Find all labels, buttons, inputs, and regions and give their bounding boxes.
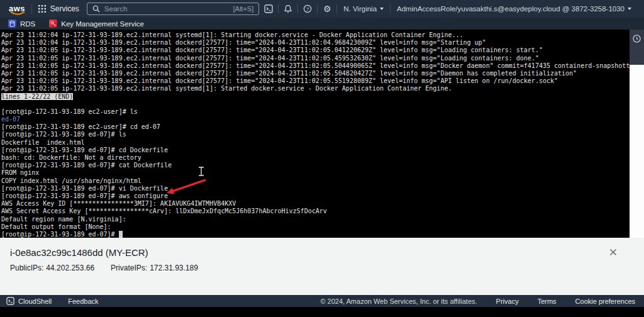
favorite-kms-label: Key Management Service	[61, 20, 144, 28]
private-ips-label: PrivateIPs:	[111, 264, 147, 272]
chevron-down-icon	[380, 8, 384, 10]
terminal-line: [root@ip-172-31-93-189 ed-07]# ls	[1, 131, 630, 138]
history-clock-icon[interactable]	[632, 34, 641, 43]
terminal-line: [root@ip-172-31-93-189 ed-07]# cat Docke…	[1, 162, 630, 169]
rds-service-icon	[8, 19, 16, 28]
account-menu[interactable]: AdminAccessRole/yuvasakthi.s@easydeploy.…	[391, 5, 638, 13]
footer-feedback-button[interactable]: Feedback	[68, 298, 98, 305]
bell-icon	[284, 4, 292, 13]
global-search-input[interactable]: Search [Alt+S]	[87, 3, 259, 15]
terminal-line: [root@ip-172-31-93-189 ed-07]#	[1, 231, 630, 238]
cloudshell-icon	[264, 4, 273, 13]
gear-icon: ⚙	[323, 4, 331, 13]
favorite-kms[interactable]: Key Management Service	[49, 19, 144, 28]
footer-copyright: © 2024, Amazon Web Services, Inc. or its…	[320, 298, 477, 305]
footer-cookie-preferences-link[interactable]: Cookie preferences	[575, 298, 635, 305]
footer-cloudshell-label: CloudShell	[18, 298, 52, 305]
topnav-right-controls: ? ⚙ N. Virginia AdminAccessRole/yuvasakt…	[259, 1, 638, 16]
svg-text:?: ?	[306, 6, 309, 12]
account-label: AdminAccessRole/yuvasakthi.s@easydeploy.…	[397, 5, 625, 13]
footer-feedback-label: Feedback	[68, 298, 98, 305]
region-label: N. Virginia	[343, 5, 377, 13]
private-ips-value: 172.31.93.189	[150, 264, 198, 272]
terminal-line: [root@ip-172-31-93-189 ed-07]# aws confi…	[1, 192, 630, 200]
terminal-line: [root@ip-172-31-93-189 ed-07]# vi Docker…	[1, 185, 630, 192]
aws-logo[interactable]: aws	[9, 3, 25, 15]
instance-title: i-0e8ac32c99c1486dd (MY-ECR)	[10, 247, 148, 258]
terminal-line: Dockerfile index.html	[1, 139, 630, 147]
nav-divider	[31, 4, 32, 14]
terminal-line: Apr 23 11:02:05 ip-172-31-93-189.ec2.int…	[1, 77, 630, 85]
close-icon	[609, 248, 617, 256]
help-button[interactable]: ?	[298, 1, 317, 16]
terminal-output[interactable]: Apr 23 11:02:04 ip-172-31-93-189.ec2.int…	[0, 30, 630, 238]
terminal-line: ed-07	[1, 116, 630, 123]
services-grid-icon	[38, 5, 46, 13]
favorite-rds-label: RDS	[20, 20, 35, 28]
right-side-strip	[630, 30, 644, 65]
terminal-line: Default output format [None]:	[1, 223, 630, 231]
notifications-button[interactable]	[279, 1, 297, 16]
terminal-line: Apr 23 11:02:05 ip-172-31-93-189.ec2.int…	[1, 55, 630, 62]
terminal-line: AWS Access Key ID [****************3MI7]…	[1, 200, 630, 208]
terminal-line: Apr 23 11:02:04 ip-172-31-93-189.ec2.int…	[1, 31, 630, 39]
terminal-line: [root@ip-172-31-93-189 ec2-user]# ls	[1, 108, 630, 116]
favorites-bar: RDS Key Management Service	[0, 18, 644, 30]
search-placeholder: Search	[104, 5, 229, 13]
services-label: Services	[50, 4, 79, 13]
kms-service-icon	[49, 19, 57, 28]
search-icon	[92, 5, 100, 13]
region-selector[interactable]: N. Virginia	[337, 5, 390, 13]
footer-terms-link[interactable]: Terms	[538, 298, 557, 305]
terminal-line: [root@ip-172-31-93-189 ed-07]# cd Docker…	[1, 147, 630, 154]
cloudshell-button[interactable]	[259, 1, 278, 16]
aws-smile-icon	[10, 11, 25, 16]
top-navigation-bar: aws Services Search [Alt+S]	[0, 0, 644, 18]
terminal-line: Apr 23 11:02:05 ip-172-31-93-189.ec2.int…	[1, 62, 630, 70]
console-footer: CloudShell Feedback © 2024, Amazon Web S…	[0, 295, 644, 307]
search-shortcut-hint: [Alt+S]	[233, 5, 253, 13]
terminal-block-cursor	[119, 231, 123, 238]
favorite-rds[interactable]: RDS	[8, 19, 35, 28]
services-menu[interactable]: Services	[38, 4, 79, 13]
terminal-line: Apr 23 11:02:05 ip-172-31-93-189.ec2.int…	[1, 85, 630, 92]
terminal-line: Default region name [N.virginia]:	[1, 216, 630, 223]
terminal-line: Apr 23 11:02:05 ip-172-31-93-189.ec2.int…	[1, 47, 630, 54]
terminal-scrollbar-track[interactable]	[630, 65, 644, 238]
instance-ip-row: PublicIPs: 44.202.253.66 PrivateIPs: 172…	[10, 264, 198, 272]
public-ips-value: 44.202.253.66	[46, 264, 94, 272]
terminal-line: bash: cd: Dockerfile: Not a directory	[1, 154, 630, 162]
footer-cloudshell-toggle[interactable]: CloudShell	[6, 297, 52, 305]
terminal-line: [root@ip-172-31-93-189 ec2-user]# cd ed-…	[1, 123, 630, 131]
terminal-line: Apr 23 11:02:05 ip-172-31-93-189.ec2.int…	[1, 70, 630, 77]
terminal-line: FROM nginx	[1, 169, 630, 177]
instance-details-panel: i-0e8ac32c99c1486dd (MY-ECR) PublicIPs: …	[0, 238, 644, 295]
terminal-line	[1, 101, 630, 108]
help-icon: ?	[303, 4, 312, 13]
terminal-line: COPY index.html /usr/share/nginx/html	[1, 177, 630, 185]
terminal-line: AWS Secret Access Key [****************c…	[1, 208, 630, 215]
chevron-down-icon	[628, 8, 631, 10]
panel-close-button[interactable]	[608, 247, 619, 258]
cloudshell-icon	[6, 297, 14, 305]
aws-console-window: aws Services Search [Alt+S]	[0, 0, 644, 317]
public-ips-label: PublicIPs:	[10, 264, 43, 272]
footer-privacy-link[interactable]: Privacy	[496, 298, 519, 305]
terminal-line: Apr 23 11:02:04 ip-172-31-93-189.ec2.int…	[1, 39, 630, 47]
settings-button[interactable]: ⚙	[318, 1, 336, 16]
terminal-line: lines 1-22/22 (END)	[1, 93, 630, 101]
